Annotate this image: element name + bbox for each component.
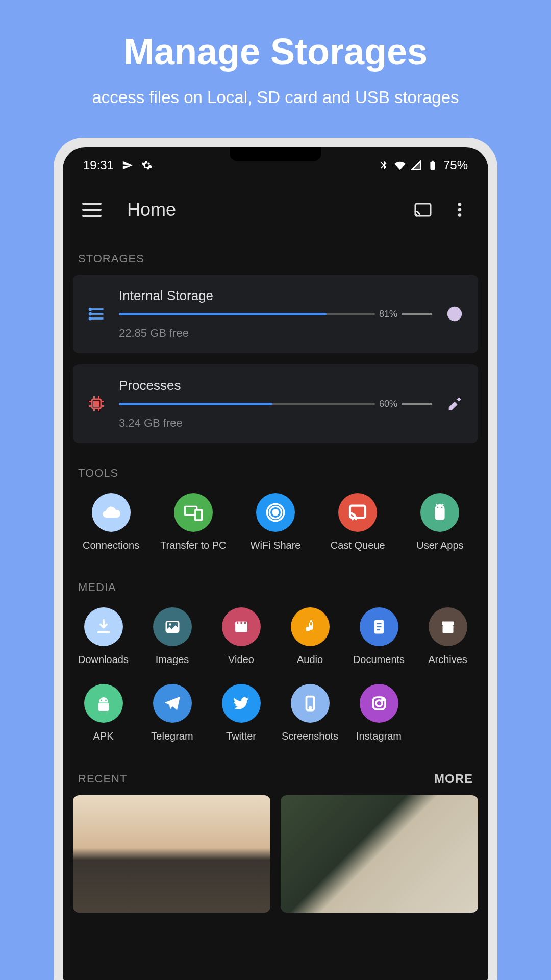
more-icon[interactable] [450, 201, 469, 219]
svg-point-9 [90, 309, 91, 310]
svg-point-29 [441, 507, 443, 508]
svg-point-47 [376, 700, 382, 706]
media-twitter[interactable]: Twitter [208, 684, 274, 754]
media-instagram[interactable]: Instagram [345, 684, 412, 754]
media-label: Screenshots [282, 730, 338, 754]
cast-queue-icon [338, 493, 377, 532]
tool-label: Transfer to PC [160, 539, 226, 564]
media-label: Twitter [226, 730, 256, 754]
section-recent-label: RECENT [78, 772, 127, 786]
media-label: Archives [428, 653, 467, 678]
storage-title: Internal Storage [119, 288, 432, 304]
media-label: Video [228, 653, 254, 678]
svg-point-45 [309, 707, 311, 709]
media-label: APK [93, 730, 113, 754]
tool-label: Connections [83, 539, 139, 564]
progress-percent: 60% [379, 399, 397, 409]
tool-wifi-share[interactable]: WiFi Share [234, 493, 316, 564]
download-icon [84, 607, 123, 646]
media-documents[interactable]: Documents [345, 607, 412, 678]
tool-cast-queue[interactable]: Cast Queue [317, 493, 399, 564]
storage-processes[interactable]: Processes 60% 3.24 GB free [73, 364, 478, 443]
svg-rect-1 [432, 161, 434, 162]
svg-point-24 [273, 510, 278, 515]
media-video[interactable]: Video [208, 607, 274, 678]
media-label: Downloads [78, 653, 129, 678]
svg-rect-34 [240, 622, 242, 624]
clean-icon[interactable] [444, 394, 465, 414]
svg-point-31 [169, 623, 171, 626]
media-apk[interactable]: APK [70, 684, 137, 754]
battery-icon [427, 160, 438, 171]
progress-bar [119, 313, 375, 315]
svg-rect-23 [195, 510, 202, 520]
phone-notch [230, 147, 321, 161]
signal-icon [411, 160, 422, 171]
bluetooth-icon [378, 160, 389, 171]
media-telegram[interactable]: Telegram [139, 684, 206, 754]
media-label: Instagram [356, 730, 402, 754]
media-images[interactable]: Images [139, 607, 206, 678]
promo-subtitle: access files on Local, SD card and USB s… [0, 88, 551, 107]
svg-rect-0 [430, 162, 435, 170]
svg-point-3 [458, 203, 462, 206]
storage-title: Processes [119, 378, 432, 394]
recent-more-button[interactable]: MORE [434, 772, 473, 786]
video-icon [222, 607, 261, 646]
media-downloads[interactable]: Downloads [70, 607, 137, 678]
svg-rect-33 [237, 622, 238, 624]
status-battery: 75% [443, 158, 468, 173]
cast-icon[interactable] [414, 201, 432, 219]
svg-point-42 [101, 700, 102, 701]
promo-title: Manage Storages [0, 31, 551, 72]
storage-icon [86, 304, 107, 324]
document-icon [360, 607, 398, 646]
progress-bar [119, 403, 375, 405]
wifi-share-icon [256, 493, 295, 532]
media-label: Images [156, 653, 189, 678]
media-screenshots[interactable]: Screenshots [277, 684, 343, 754]
status-time: 19:31 [83, 158, 114, 173]
tool-label: User Apps [416, 539, 463, 564]
wifi-icon [394, 160, 406, 171]
instagram-icon [360, 684, 398, 723]
app-bar: Home [63, 179, 488, 240]
svg-point-28 [437, 507, 439, 508]
tool-connections[interactable]: Connections [70, 493, 152, 564]
phone-screen: 19:31 [63, 147, 488, 980]
apk-icon [84, 684, 123, 723]
recent-thumb[interactable] [281, 795, 478, 913]
archive-icon [429, 607, 467, 646]
screenshot-icon [291, 684, 330, 723]
analyze-icon[interactable] [444, 304, 465, 324]
svg-point-4 [458, 208, 462, 212]
devices-icon [174, 493, 213, 532]
progress-percent: 81% [379, 309, 397, 320]
android-icon [420, 493, 459, 532]
tool-transfer-pc[interactable]: Transfer to PC [152, 493, 234, 564]
telegram-icon [153, 684, 192, 723]
media-audio[interactable]: Audio [277, 607, 343, 678]
svg-point-48 [382, 699, 384, 701]
svg-point-11 [90, 318, 91, 320]
image-icon [153, 607, 192, 646]
media-label: Telegram [151, 730, 193, 754]
svg-point-10 [90, 313, 91, 315]
menu-icon[interactable] [82, 203, 102, 217]
svg-point-5 [458, 213, 462, 217]
tool-label: Cast Queue [331, 539, 385, 564]
storage-free: 22.85 GB free [119, 327, 432, 340]
media-label: Documents [353, 653, 405, 678]
svg-rect-40 [442, 622, 454, 626]
storage-free: 3.24 GB free [119, 416, 432, 430]
settings-icon [141, 160, 153, 171]
recent-thumb[interactable] [73, 795, 270, 913]
section-tools-label: TOOLS [63, 454, 488, 489]
svg-rect-2 [415, 204, 431, 216]
tool-label: WiFi Share [251, 539, 301, 564]
twitter-icon [222, 684, 261, 723]
cloud-icon [92, 493, 131, 532]
storage-internal[interactable]: Internal Storage 81% 22.85 GB free [73, 275, 478, 353]
media-archives[interactable]: Archives [414, 607, 481, 678]
tool-user-apps[interactable]: User Apps [399, 493, 481, 564]
